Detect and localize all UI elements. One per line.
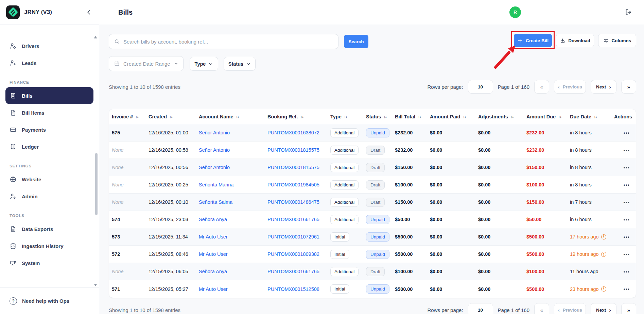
sort-icon: ↑↓ bbox=[169, 114, 173, 119]
column-header-account-name[interactable]: Account Name↑↓ bbox=[199, 114, 267, 119]
created-date-range-filter[interactable]: Created Date Range bbox=[109, 56, 184, 71]
sidebar-help-item[interactable]: ? Need help with Ops bbox=[0, 287, 99, 314]
column-header-created[interactable]: Created↑↓ bbox=[149, 114, 199, 119]
column-header-due-date[interactable]: Due Date↑↓ bbox=[570, 114, 614, 119]
column-header-amount-paid[interactable]: Amount Paid↑↓ bbox=[430, 114, 478, 119]
chevron-left-icon bbox=[85, 9, 93, 16]
previous-page-button[interactable]: ‹Previous bbox=[554, 80, 586, 94]
row-actions-button[interactable]: ••• bbox=[624, 234, 630, 239]
created-cell: 12/15/2025, 23:03 bbox=[149, 217, 199, 222]
next-page-button[interactable]: Next› bbox=[591, 303, 616, 314]
sidebar-item-system[interactable]: System bbox=[5, 254, 93, 271]
account-link[interactable]: Señora Anya bbox=[199, 217, 227, 222]
last-page-button[interactable]: » bbox=[621, 303, 636, 314]
account-link[interactable]: Señor Antonio bbox=[199, 130, 230, 135]
sidebar-item-ledger[interactable]: Ledger bbox=[5, 138, 93, 155]
sidebar-item-website[interactable]: Website bbox=[5, 171, 93, 188]
amount-paid-cell: $0.00 bbox=[430, 147, 478, 153]
account-link[interactable]: Señora Anya bbox=[199, 269, 227, 274]
last-page-button[interactable]: » bbox=[621, 80, 636, 94]
rows-per-page-select[interactable]: 10 bbox=[468, 303, 493, 314]
row-actions-button[interactable]: ••• bbox=[624, 148, 630, 153]
amount-due-cell: $232.00 bbox=[526, 147, 570, 153]
account-link[interactable]: Señorita Salma bbox=[199, 199, 232, 205]
row-actions-button[interactable]: ••• bbox=[624, 165, 630, 170]
booking-ref-link[interactable]: PUNTOMX0001815575 bbox=[267, 147, 319, 153]
account-link[interactable]: Señorita Marina bbox=[199, 182, 233, 187]
account-link[interactable]: Señor Antonio bbox=[199, 147, 230, 153]
create-bill-button[interactable]: Create Bill bbox=[514, 34, 552, 47]
table-row: 57312/15/2025, 11:34Mr Auto UserPUNTOMX0… bbox=[109, 228, 636, 246]
sidebar-item-ingestion-history[interactable]: Ingestion History bbox=[5, 237, 93, 254]
rows-per-page-select[interactable]: 10 bbox=[468, 80, 493, 94]
sidebar-item-data-exports[interactable]: Data Exports bbox=[5, 220, 93, 237]
amount-paid-cell: $0.00 bbox=[430, 234, 478, 239]
sidebar-item-bills[interactable]: Bills bbox=[5, 87, 93, 104]
row-actions-button[interactable]: ••• bbox=[624, 286, 630, 292]
row-actions-button[interactable]: ••• bbox=[624, 130, 630, 135]
column-header-booking-ref[interactable]: Booking Ref.↑↓ bbox=[267, 114, 330, 119]
chevron-left-icon: ‹ bbox=[558, 307, 560, 313]
booking-ref-link[interactable]: PUNTOMX0001984505 bbox=[267, 182, 319, 187]
booking-ref-link[interactable]: PUNTOMX0001072961 bbox=[267, 234, 319, 239]
booking-cell: PUNTOMX0001638072 bbox=[267, 130, 330, 135]
invoice-cell: 572 bbox=[112, 251, 149, 257]
avatar[interactable]: R bbox=[509, 6, 521, 18]
sidebar-scroll-up-arrow[interactable] bbox=[94, 36, 97, 38]
status-cell: Draft bbox=[366, 198, 395, 207]
column-header-adjustments[interactable]: Adjustments↑↓ bbox=[478, 114, 526, 119]
booking-ref-link[interactable]: PUNTOMX0001815575 bbox=[267, 165, 319, 170]
sidebar-item-bill-items[interactable]: Bill Items bbox=[5, 104, 93, 121]
sidebar-scroll-down-arrow[interactable] bbox=[94, 284, 97, 286]
booking-ref-link[interactable]: PUNTOMX0001512508 bbox=[267, 286, 319, 292]
sidebar-item-drivers[interactable]: Drivers bbox=[5, 37, 93, 54]
search-input[interactable] bbox=[123, 39, 333, 45]
logout-button[interactable] bbox=[624, 8, 632, 16]
type-cell: Initial bbox=[330, 284, 366, 294]
search-button[interactable]: Search bbox=[344, 35, 368, 48]
type-badge: Additional bbox=[330, 128, 359, 137]
booking-ref-link[interactable]: PUNTOMX0001661765 bbox=[267, 217, 319, 222]
status-filter[interactable]: Status bbox=[224, 57, 256, 71]
sidebar-item-payments[interactable]: Payments bbox=[5, 121, 93, 138]
row-actions-button[interactable]: ••• bbox=[624, 217, 630, 222]
first-page-button[interactable]: « bbox=[534, 303, 549, 314]
sidebar-item-admin[interactable]: Admin bbox=[5, 188, 93, 205]
collapse-sidebar-button[interactable] bbox=[85, 9, 93, 16]
due-date-cell: 11 hours ago bbox=[570, 269, 614, 274]
row-actions-button[interactable]: ••• bbox=[624, 200, 630, 205]
type-filter[interactable]: Type bbox=[190, 57, 218, 71]
actions-cell: ••• bbox=[614, 148, 636, 153]
adjustments-cell: $0.00 bbox=[478, 182, 526, 187]
account-link[interactable]: Mr Auto User bbox=[199, 286, 228, 292]
first-page-button[interactable]: « bbox=[534, 80, 549, 94]
column-header-amount-due[interactable]: Amount Due↑↓ bbox=[526, 114, 570, 119]
actions-cell: ••• bbox=[614, 286, 636, 292]
booking-ref-link[interactable]: PUNTOMX0001809382 bbox=[267, 251, 319, 257]
account-cell: Señor Antonio bbox=[199, 130, 267, 135]
account-link[interactable]: Mr Auto User bbox=[199, 234, 228, 239]
previous-page-button[interactable]: ‹Previous bbox=[554, 303, 586, 314]
account-link[interactable]: Mr Auto User bbox=[199, 251, 228, 257]
table-row: 57512/16/2025, 01:00Señor AntonioPUNTOMX… bbox=[109, 124, 636, 142]
account-link[interactable]: Señor Antonio bbox=[199, 165, 230, 170]
column-header-type[interactable]: Type↑↓ bbox=[330, 114, 366, 119]
amount-due-cell: $500.00 bbox=[526, 251, 570, 257]
sidebar-scrollbar-thumb[interactable] bbox=[95, 153, 98, 215]
row-actions-button[interactable]: ••• bbox=[624, 182, 630, 187]
type-cell: Initial bbox=[330, 232, 366, 242]
booking-ref-link[interactable]: PUNTOMX0001661765 bbox=[267, 269, 319, 274]
column-header-invoice[interactable]: Invoice #↑↓ bbox=[112, 114, 149, 119]
bill-total-cell: $100.00 bbox=[395, 182, 430, 187]
next-page-button[interactable]: Next› bbox=[591, 80, 616, 94]
booking-ref-link[interactable]: PUNTOMX0001486475 bbox=[267, 199, 319, 205]
status-badge: Unpaid bbox=[366, 128, 389, 137]
booking-ref-link[interactable]: PUNTOMX0001638072 bbox=[267, 130, 319, 135]
download-button[interactable]: Download bbox=[556, 34, 594, 47]
columns-button[interactable]: Columns bbox=[598, 34, 636, 47]
sidebar-item-leads[interactable]: Leads bbox=[5, 54, 93, 71]
row-actions-button[interactable]: ••• bbox=[624, 269, 630, 274]
row-actions-button[interactable]: ••• bbox=[624, 252, 630, 257]
column-header-status[interactable]: Status↑↓ bbox=[366, 114, 395, 119]
column-header-bill-total[interactable]: Bill Total↑↓ bbox=[395, 114, 430, 119]
